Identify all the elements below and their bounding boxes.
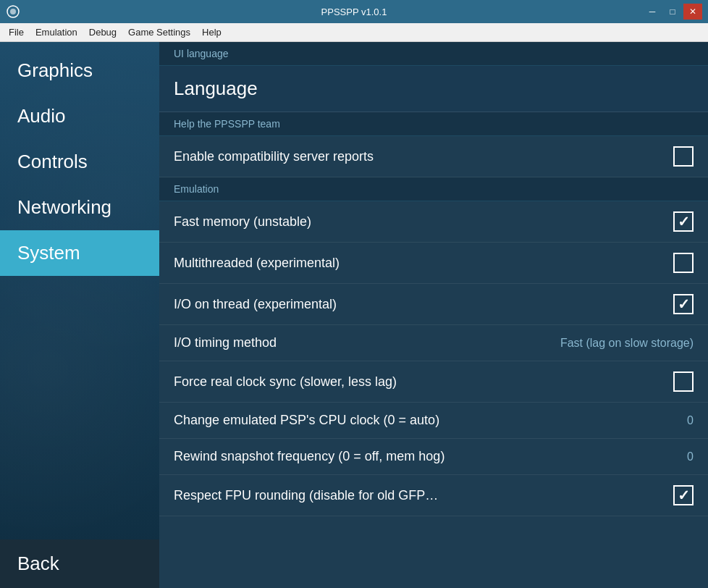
cpu-clock-value: 0	[687, 414, 694, 427]
fpu-rounding-label: Respect FPU rounding (disable for old GF…	[174, 488, 438, 503]
setting-row-rewind-snapshot[interactable]: Rewind snapshot frequency (0 = off, mem …	[159, 439, 708, 475]
menu-emulation[interactable]: Emulation	[30, 25, 83, 40]
setting-row-multithreaded[interactable]: Multithreaded (experimental)	[159, 243, 708, 284]
sidebar-item-audio[interactable]: Audio	[0, 93, 159, 139]
fpu-rounding-checkbox[interactable]	[673, 485, 694, 505]
fast-memory-label: Fast memory (unstable)	[174, 214, 311, 230]
sidebar-item-graphics[interactable]: Graphics	[0, 48, 159, 93]
main-content: Graphics Audio Controls Networking Syste…	[0, 42, 708, 588]
setting-row-io-thread[interactable]: I/O on thread (experimental)	[159, 284, 708, 325]
rewind-snapshot-label: Rewind snapshot frequency (0 = off, mem …	[174, 449, 444, 464]
minimize-button[interactable]: ─	[643, 4, 662, 20]
fast-memory-checkbox[interactable]	[673, 211, 694, 232]
multithreaded-label: Multithreaded (experimental)	[174, 256, 340, 271]
sidebar: Graphics Audio Controls Networking Syste…	[0, 42, 159, 588]
settings-list: UI language Language Help the PPSSPP tea…	[159, 42, 708, 588]
io-timing-label: I/O timing method	[174, 335, 277, 350]
clock-sync-checkbox[interactable]	[673, 371, 694, 392]
compat-reports-checkbox[interactable]	[673, 146, 694, 167]
setting-row-fpu-rounding[interactable]: Respect FPU rounding (disable for old GF…	[159, 475, 708, 516]
io-thread-label: I/O on thread (experimental)	[174, 297, 337, 312]
menu-help[interactable]: Help	[196, 25, 227, 40]
clock-sync-label: Force real clock sync (slower, less lag)	[174, 374, 397, 390]
right-panel: UI language Language Help the PPSSPP tea…	[159, 42, 708, 588]
section-header-emulation: Emulation	[159, 177, 708, 201]
multithreaded-checkbox[interactable]	[673, 253, 694, 273]
setting-row-language[interactable]: Language	[159, 66, 708, 112]
app-icon	[6, 4, 20, 19]
setting-row-compat-reports[interactable]: Enable compatibility server reports	[159, 136, 708, 177]
setting-row-io-timing[interactable]: I/O timing method Fast (lag on slow stor…	[159, 325, 708, 361]
setting-row-cpu-clock[interactable]: Change emulated PSP's CPU clock (0 = aut…	[159, 403, 708, 439]
sidebar-nav: Graphics Audio Controls Networking Syste…	[0, 42, 159, 539]
rewind-snapshot-value: 0	[687, 450, 694, 463]
title-bar: PPSSPP v1.0.1 ─ □ ✕	[0, 0, 708, 23]
window-title: PPSSPP v1.0.1	[321, 7, 387, 17]
back-button[interactable]: Back	[0, 539, 159, 588]
sidebar-item-controls[interactable]: Controls	[0, 139, 159, 185]
language-label: Language	[174, 77, 258, 100]
sidebar-item-system[interactable]: System	[0, 230, 159, 276]
io-timing-value: Fast (lag on slow storage)	[560, 337, 694, 350]
sidebar-item-networking[interactable]: Networking	[0, 185, 159, 230]
maximize-button[interactable]: □	[663, 4, 682, 20]
section-header-ui-language: UI language	[159, 42, 708, 66]
menu-file[interactable]: File	[3, 25, 30, 40]
section-header-help: Help the PPSSPP team	[159, 112, 708, 136]
cpu-clock-label: Change emulated PSP's CPU clock (0 = aut…	[174, 413, 439, 428]
io-thread-checkbox[interactable]	[673, 294, 694, 314]
compat-reports-label: Enable compatibility server reports	[174, 149, 374, 164]
setting-row-fast-memory[interactable]: Fast memory (unstable)	[159, 201, 708, 243]
menu-debug[interactable]: Debug	[83, 25, 122, 40]
setting-row-clock-sync[interactable]: Force real clock sync (slower, less lag)	[159, 361, 708, 403]
menu-game-settings[interactable]: Game Settings	[122, 25, 196, 40]
window-controls: ─ □ ✕	[643, 4, 702, 20]
close-button[interactable]: ✕	[683, 4, 702, 20]
svg-point-1	[10, 9, 16, 14]
menu-bar: File Emulation Debug Game Settings Help	[0, 23, 708, 42]
